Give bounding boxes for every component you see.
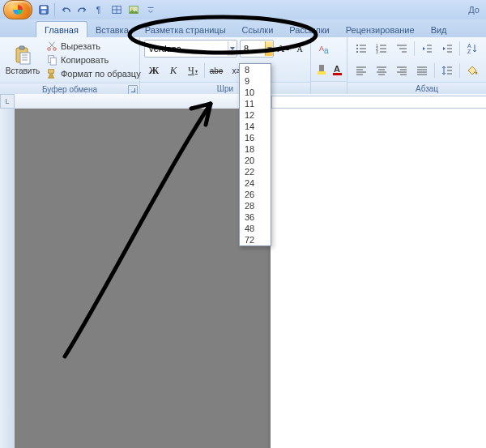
group-paragraph-label: Абзац (347, 82, 486, 95)
qat-more-icon[interactable] (143, 2, 159, 18)
font-size-option[interactable]: 26 (240, 189, 271, 200)
font-name-combo[interactable] (144, 40, 237, 58)
strikethrough-button[interactable]: abe (207, 61, 226, 80)
tab-page-layout[interactable]: Разметка страницы (137, 22, 234, 37)
scissors-icon (46, 41, 58, 52)
indent-icon (441, 42, 454, 55)
copy-button[interactable]: Копировать (43, 53, 144, 66)
line-spacing-button[interactable] (437, 61, 457, 80)
font-size-option[interactable]: 24 (240, 177, 271, 189)
font-size-option[interactable]: 11 (240, 98, 271, 109)
align-left-button[interactable] (352, 61, 371, 80)
font-size-option[interactable]: 16 (240, 132, 271, 143)
tab-view[interactable]: Вид (423, 22, 455, 37)
font-size-option[interactable]: 22 (240, 166, 271, 177)
font-color-icon: A (331, 63, 344, 76)
font-size-option[interactable]: 9 (240, 75, 271, 87)
paste-icon (13, 45, 32, 65)
grow-font-button[interactable]: A▲ (276, 40, 291, 58)
font-size-option[interactable]: 28 (240, 200, 271, 211)
svg-rect-1 (41, 6, 47, 10)
increase-indent-button[interactable] (437, 39, 457, 58)
document-page[interactable] (270, 109, 486, 448)
svg-rect-2 (41, 11, 45, 14)
group-font-extra-label (311, 81, 347, 94)
chevron-down-icon[interactable] (265, 41, 273, 56)
font-size-option[interactable]: 36 (240, 211, 271, 223)
font-size-combo[interactable] (240, 40, 274, 58)
svg-line-18 (49, 42, 54, 48)
sort-button[interactable]: AZ (463, 39, 482, 58)
svg-text:Z: Z (467, 49, 471, 54)
copy-icon (46, 54, 58, 66)
svg-point-70 (475, 72, 478, 75)
cut-button[interactable]: Вырезать (43, 40, 144, 53)
redo-icon[interactable] (75, 2, 91, 18)
undo-icon[interactable] (58, 2, 74, 18)
highlight-button[interactable] (315, 60, 330, 79)
svg-point-29 (356, 48, 358, 49)
table-icon[interactable] (109, 2, 125, 18)
svg-point-28 (356, 45, 358, 46)
align-center-button[interactable] (372, 61, 391, 80)
font-size-option[interactable]: 72 (240, 234, 271, 245)
bold-button[interactable]: Ж (144, 61, 164, 80)
tab-home[interactable]: Главная (36, 21, 87, 37)
decrease-indent-button[interactable] (417, 39, 437, 58)
pilcrow-icon[interactable]: ¶ (92, 2, 108, 18)
font-size-option[interactable]: 8 (240, 64, 271, 75)
tab-references[interactable]: Ссылки (234, 22, 282, 37)
align-left-icon (355, 64, 368, 77)
font-size-option[interactable]: 12 (240, 109, 271, 121)
multilevel-list-icon (395, 42, 408, 55)
font-size-option[interactable]: 10 (240, 87, 271, 98)
multilevel-list-button[interactable] (392, 39, 411, 58)
save-icon[interactable] (36, 2, 52, 18)
picture-icon[interactable] (126, 2, 142, 18)
brush-icon (46, 68, 58, 79)
number-list-button[interactable]: 123 (372, 39, 391, 58)
svg-point-30 (356, 51, 358, 53)
italic-button[interactable]: К (164, 61, 183, 80)
group-font-extra: Aa A (311, 37, 347, 94)
font-color-button[interactable]: A (330, 60, 345, 79)
svg-text:A: A (334, 64, 340, 74)
group-font: A▲ A Ж К Ч▾ abe x2 Шри (140, 37, 311, 94)
font-size-option[interactable]: 14 (240, 121, 271, 132)
underline-button[interactable]: Ч▾ (183, 61, 202, 80)
svg-rect-27 (333, 73, 342, 75)
clear-formatting-button[interactable]: Aa (315, 40, 335, 59)
office-button[interactable] (3, 0, 32, 19)
font-size-dropdown[interactable]: 891011121416182022242628364872 (239, 63, 271, 246)
svg-text:3: 3 (376, 49, 378, 54)
font-size-option[interactable]: 20 (240, 155, 271, 166)
show-marks-button[interactable]: ¶ (483, 39, 486, 58)
window-title: До (468, 5, 486, 15)
tab-insert[interactable]: Вставка (87, 22, 137, 37)
svg-rect-12 (20, 53, 30, 64)
chevron-down-icon[interactable] (228, 41, 237, 56)
shrink-font-button[interactable]: A (293, 40, 306, 58)
font-name-input[interactable] (145, 41, 228, 56)
font-size-input[interactable] (241, 41, 265, 56)
tab-review[interactable]: Рецензирование (338, 22, 423, 37)
bullet-list-button[interactable] (352, 39, 371, 58)
shading-button[interactable] (463, 61, 482, 80)
svg-point-16 (48, 48, 51, 51)
outdent-icon (420, 42, 433, 55)
svg-text:a: a (324, 46, 329, 55)
justify-icon (416, 64, 428, 77)
font-size-option[interactable]: 18 (240, 143, 271, 155)
font-size-option[interactable]: 48 (240, 223, 271, 234)
ruler-corner[interactable]: L (0, 94, 15, 109)
format-painter-button[interactable]: Формат по образцу (43, 67, 144, 80)
svg-rect-22 (49, 70, 54, 73)
paste-button[interactable]: Вставить (4, 40, 41, 80)
border-button[interactable] (483, 61, 486, 80)
svg-text:¶: ¶ (96, 5, 101, 15)
tab-mailings[interactable]: Рассылки (281, 22, 337, 37)
bucket-icon (466, 64, 479, 77)
justify-button[interactable] (412, 61, 432, 80)
align-right-button[interactable] (392, 61, 411, 80)
group-clipboard: Вставить Вырезать Копировать Формат по о… (0, 37, 140, 94)
